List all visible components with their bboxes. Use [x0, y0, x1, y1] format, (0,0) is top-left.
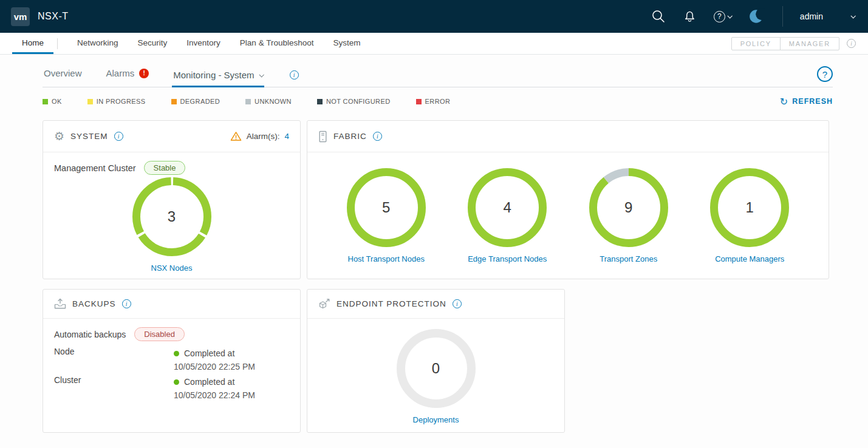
deployments-donut-chart: 0 — [397, 329, 476, 408]
backup-icon — [54, 298, 66, 310]
in-progress-swatch — [87, 99, 93, 104]
deployments-count: 0 — [397, 329, 476, 408]
legend-item-unknown: UNKNOWN — [245, 98, 292, 105]
alarms-alert-badge: ! — [139, 69, 149, 78]
app-header: vm NSX-T ? admin — [0, 0, 868, 33]
endpoint-card-header: ENDPOINT PROTECTION i — [307, 290, 564, 319]
nav-tab-home[interactable]: Home — [12, 33, 53, 54]
page-help-icon[interactable]: ? — [817, 66, 833, 82]
fabric-card-body: 5 Host Transport Nodes 4 Edge Transport … — [307, 152, 829, 263]
fabric-card-header: FABRIC i — [307, 121, 829, 152]
edge-transport-nodes-link[interactable]: Edge Transport Nodes — [468, 254, 547, 263]
compute-managers-donut-group: 1 Compute Managers — [710, 168, 789, 263]
nav-tab-system[interactable]: System — [323, 33, 370, 54]
legend-item-in-progress: IN PROGRESS — [87, 98, 146, 105]
edge-transport-nodes-count: 4 — [468, 168, 547, 247]
backup-row-cluster: Cluster Completed at 10/05/2020 22:24 PM — [54, 375, 289, 402]
header-divider — [782, 6, 783, 27]
host-icon — [318, 131, 327, 143]
theme-moon-icon[interactable] — [748, 8, 765, 25]
cluster-backup-status: Completed at — [184, 375, 234, 389]
deployments-donut-group: 0 Deployments — [397, 329, 476, 424]
deployments-link[interactable]: Deployments — [413, 415, 459, 424]
endpoint-protection-card: ENDPOINT PROTECTION i 0 Deployments — [307, 289, 565, 433]
endpoint-info-icon[interactable]: i — [453, 299, 462, 308]
host-transport-nodes-donut-group: 5 Host Transport Nodes — [347, 168, 426, 263]
node-backup-label: Node — [54, 347, 174, 374]
transport-zones-donut-group: 9 Transport Zones — [589, 168, 668, 263]
endpoint-protection-icon — [318, 299, 330, 310]
fabric-info-icon[interactable]: i — [373, 132, 382, 141]
host-transport-nodes-link[interactable]: Host Transport Nodes — [348, 254, 425, 263]
dashboard-content: Overview Alarms ! Monitoring - System i … — [0, 55, 868, 433]
endpoint-card-title: ENDPOINT PROTECTION — [337, 299, 446, 308]
vmware-logo[interactable]: vm — [11, 7, 30, 26]
degraded-swatch — [171, 99, 177, 104]
help-menu[interactable]: ? — [714, 11, 731, 22]
not-configured-swatch — [317, 99, 323, 104]
subnav-tab-alarms[interactable]: Alarms ! — [105, 68, 151, 87]
main-nav: Home Networking Security Inventory Plan … — [0, 33, 868, 55]
system-info-icon[interactable]: i — [114, 132, 123, 141]
user-menu[interactable]: admin — [800, 12, 855, 21]
mode-info-icon[interactable]: i — [847, 39, 856, 48]
automatic-backups-status-badge: Disabled — [134, 327, 185, 341]
subnav-tab-monitoring-label: Monitoring - System — [173, 70, 254, 80]
dashboard-subnav: Overview Alarms ! Monitoring - System i … — [43, 62, 833, 87]
compute-managers-count: 1 — [710, 168, 789, 247]
endpoint-card-body: 0 Deployments — [307, 319, 564, 424]
subnav-tab-alarms-label: Alarms — [106, 68, 135, 78]
backup-row-node: Node Completed at 10/05/2020 22:25 PM — [54, 347, 289, 374]
refresh-button[interactable]: ↻ REFRESH — [780, 96, 833, 107]
backups-card-body: Automatic backups Disabled Node Complete… — [43, 319, 300, 412]
management-cluster-label: Management Cluster — [54, 163, 136, 173]
compute-managers-donut-chart: 1 — [710, 168, 789, 247]
help-icon: ? — [714, 11, 725, 22]
node-backup-time: 10/05/2020 22:25 PM — [174, 362, 255, 372]
subnav-tab-monitoring-system[interactable]: Monitoring - System — [172, 70, 264, 87]
nav-divider — [57, 38, 58, 49]
status-legend: OK IN PROGRESS DEGRADED UNKNOWN NOT CONF… — [43, 96, 833, 107]
nav-tab-plan-troubleshoot[interactable]: Plan & Troubleshoot — [230, 33, 324, 54]
chevron-down-icon — [850, 13, 855, 18]
search-icon[interactable] — [651, 9, 666, 24]
alarms-label: Alarm(s): — [247, 132, 280, 141]
monitoring-info-icon[interactable]: i — [290, 70, 299, 80]
compute-managers-link[interactable]: Compute Managers — [715, 254, 784, 263]
bell-icon[interactable] — [683, 10, 697, 24]
refresh-icon: ↻ — [780, 96, 788, 107]
nsx-nodes-link[interactable]: NSX Nodes — [151, 263, 193, 273]
edge-transport-nodes-donut-chart: 4 — [468, 168, 547, 247]
nav-tab-security[interactable]: Security — [128, 33, 177, 54]
backups-info-icon[interactable]: i — [122, 299, 131, 308]
host-transport-nodes-donut-chart: 5 — [347, 168, 426, 247]
policy-mode-button[interactable]: POLICY — [731, 37, 781, 50]
success-dot-icon — [174, 351, 179, 356]
fabric-card: FABRIC i 5 Host Transport Nodes 4 Edge T… — [307, 120, 829, 279]
user-name: admin — [800, 12, 823, 21]
backups-card: BACKUPS i Automatic backups Disabled Nod… — [43, 289, 301, 433]
transport-zones-link[interactable]: Transport Zones — [600, 254, 657, 263]
ok-swatch — [43, 99, 48, 104]
legend-item-error: ERROR — [416, 98, 451, 105]
product-title: NSX-T — [38, 11, 69, 22]
host-transport-nodes-count: 5 — [347, 168, 426, 247]
edge-transport-nodes-donut-group: 4 Edge Transport Nodes — [468, 168, 547, 263]
transport-zones-count: 9 — [589, 168, 668, 247]
backups-card-header: BACKUPS i — [43, 290, 300, 319]
fabric-card-title: FABRIC — [333, 132, 367, 141]
transport-zones-donut-chart: 9 — [589, 168, 668, 247]
chevron-down-icon — [727, 13, 732, 18]
subnav-tab-overview[interactable]: Overview — [43, 68, 83, 87]
alarms-count-link[interactable]: 4 — [284, 132, 289, 141]
nav-tab-networking[interactable]: Networking — [67, 33, 128, 54]
nsx-nodes-count: 3 — [132, 177, 211, 256]
warning-icon — [230, 131, 242, 141]
system-card-header: ⚙ SYSTEM i Alarm(s): 4 — [43, 121, 300, 152]
unknown-swatch — [245, 99, 251, 104]
cluster-status-badge: Stable — [144, 161, 186, 175]
cluster-backup-time: 10/05/2020 22:24 PM — [174, 390, 255, 400]
nav-tab-inventory[interactable]: Inventory — [177, 33, 230, 54]
manager-mode-button[interactable]: MANAGER — [780, 37, 839, 50]
backups-card-title: BACKUPS — [72, 299, 116, 308]
